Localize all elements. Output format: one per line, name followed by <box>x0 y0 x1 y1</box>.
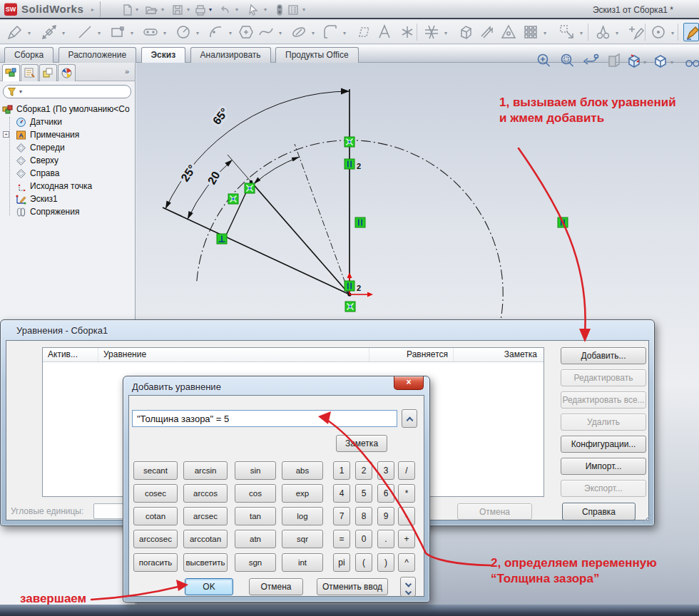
tab-sketch[interactable]: Эскиз <box>141 47 186 63</box>
move-entities-icon[interactable]: ▾ <box>558 23 576 41</box>
linear-pattern-icon[interactable]: ▾ <box>521 23 540 41</box>
display-relations-icon[interactable]: ▾ <box>593 23 612 41</box>
func-secant[interactable]: secant <box>133 461 178 480</box>
func-log[interactable]: log <box>282 507 323 525</box>
dropdown-arrow-icon[interactable]: ▾ <box>19 88 22 95</box>
dropdown-arrow-icon[interactable]: ▾ <box>444 30 447 36</box>
open-document-icon[interactable] <box>145 4 158 16</box>
func-cotan[interactable]: cotan <box>133 507 178 525</box>
tree-item-origin[interactable]: Исходная точка <box>0 180 134 192</box>
dropdown-arrow-icon[interactable]: ▾ <box>616 30 618 36</box>
previous-view-icon[interactable] <box>582 52 601 71</box>
func-atn[interactable]: atn <box>235 530 276 548</box>
equations-cancel-button[interactable]: Отмена <box>457 503 532 520</box>
view-orientation-icon[interactable] <box>625 52 643 71</box>
slot-tool-icon[interactable]: ▾ <box>141 23 160 41</box>
zoom-area-icon[interactable] <box>558 52 577 71</box>
convert-entities-icon[interactable] <box>456 23 475 41</box>
tree-item-annotations[interactable]: + A Примечания <box>0 128 134 141</box>
pad-1[interactable]: 1 <box>333 461 350 480</box>
note-button[interactable]: Заметка <box>336 435 387 452</box>
func-sin[interactable]: sin <box>235 461 276 480</box>
fillet-tool-icon[interactable]: ▾ <box>321 23 340 41</box>
tree-item-mates[interactable]: Сопряжения <box>0 205 134 218</box>
close-icon[interactable]: × <box>394 376 424 390</box>
undo-icon[interactable] <box>218 4 231 16</box>
import-button[interactable]: Импорт... <box>561 458 646 475</box>
pad-7[interactable]: 7 <box>333 507 350 525</box>
dropdown-arrow-icon[interactable]: ▾ <box>544 30 546 36</box>
export-button[interactable]: Экспорт... <box>561 480 646 497</box>
spline-tool-icon[interactable]: ▾ <box>257 23 275 41</box>
add-cancel-button[interactable]: Отмена <box>249 578 303 595</box>
func-cos[interactable]: cos <box>235 484 276 503</box>
tree-item-right-plane[interactable]: Справа <box>0 167 134 180</box>
pad-multiply[interactable]: * <box>398 484 415 503</box>
pad-pi[interactable]: pi <box>333 553 350 572</box>
circle-tool-icon[interactable]: ▾ <box>174 23 193 41</box>
func-exp[interactable]: exp <box>282 484 323 503</box>
save-icon[interactable] <box>171 4 184 16</box>
ellipse-tool-icon[interactable]: ▾ <box>290 23 308 41</box>
dropdown-arrow-icon[interactable]: ▾ <box>279 30 282 36</box>
dropdown-arrow-icon[interactable]: ▾ <box>136 6 138 13</box>
new-document-icon[interactable] <box>121 4 134 16</box>
dropdown-arrow-icon[interactable]: ▾ <box>131 30 133 36</box>
pad-3[interactable]: 3 <box>377 461 394 480</box>
display-style-icon[interactable] <box>651 52 670 71</box>
configurations-button[interactable]: Конфигурации... <box>561 436 646 453</box>
func-cosec[interactable]: cosec <box>133 484 178 503</box>
pad-divide[interactable]: / <box>398 461 415 480</box>
pad-5[interactable]: 5 <box>355 484 372 503</box>
point-tool-icon[interactable] <box>398 23 417 41</box>
equation-input[interactable] <box>132 410 397 427</box>
select-cursor-icon[interactable] <box>248 4 260 16</box>
func-arcsec[interactable]: arcsec <box>183 507 228 525</box>
pad-power[interactable]: ^ <box>398 553 415 572</box>
rectangle-tool-icon[interactable]: ▾ <box>108 23 127 41</box>
col-equals[interactable]: Равняется <box>369 348 454 361</box>
dropdown-arrow-icon[interactable]: ▾ <box>229 30 232 36</box>
rapid-sketch-icon[interactable]: ▾ <box>649 23 668 41</box>
func-arccosec[interactable]: arccosec <box>133 530 178 548</box>
collapse-up-button[interactable] <box>402 409 417 428</box>
func-int[interactable]: int <box>282 553 323 572</box>
line-tool-icon[interactable]: ▾ <box>76 23 94 41</box>
text-tool-icon[interactable] <box>375 23 394 41</box>
print-icon[interactable] <box>194 4 207 16</box>
cancel-input-button[interactable]: Отменить ввод <box>317 578 388 595</box>
func-suppress[interactable]: погасить <box>133 553 178 572</box>
alert-bell-icon[interactable] <box>499 23 518 41</box>
tree-expander-icon[interactable]: + <box>3 131 9 138</box>
func-arcsin[interactable]: arcsin <box>183 461 228 480</box>
tab-property-manager[interactable] <box>21 64 39 81</box>
pad-close-paren[interactable]: ) <box>377 553 394 572</box>
expand-down-button[interactable] <box>400 577 416 597</box>
tree-filter-input[interactable]: ▾ <box>3 85 131 98</box>
mirror-entities-icon[interactable] <box>478 23 496 41</box>
col-note[interactable]: Заметка <box>454 348 542 361</box>
resize-grip[interactable] <box>643 514 651 523</box>
dropdown-arrow-icon[interactable]: ▾ <box>187 6 190 13</box>
pad-0[interactable]: 0 <box>355 530 372 548</box>
tab-appearances[interactable] <box>58 64 76 81</box>
col-active[interactable]: Актив... <box>43 348 98 361</box>
dropdown-arrow-icon[interactable]: ▾ <box>98 30 101 36</box>
tree-item-sketch1[interactable]: Эскиз1 <box>0 192 134 205</box>
dropdown-arrow-icon[interactable]: ▾ <box>671 30 674 36</box>
plane-tool-icon[interactable] <box>354 23 373 41</box>
tab-layout[interactable]: Расположение <box>58 47 137 63</box>
pad-plus[interactable]: + <box>398 530 415 548</box>
dropdown-arrow-icon[interactable]: ▾ <box>264 6 267 13</box>
pad-minus[interactable]: - <box>398 507 415 525</box>
dropdown-arrow-icon[interactable]: ▾ <box>62 30 65 36</box>
tab-assembly[interactable]: Сборка <box>4 47 53 63</box>
dropdown-arrow-icon[interactable]: ▾ <box>312 30 315 36</box>
dropdown-arrow-icon[interactable]: ▾ <box>580 30 583 36</box>
exit-sketch-icon[interactable] <box>683 23 699 41</box>
panel-more-icon[interactable]: » <box>125 67 129 76</box>
tab-office-products[interactable]: Продукты Office <box>275 47 359 63</box>
sketch-tool-icon[interactable]: ▾ <box>6 23 24 41</box>
pad-equals[interactable]: = <box>333 530 350 548</box>
pad-open-paren[interactable]: ( <box>355 553 372 572</box>
